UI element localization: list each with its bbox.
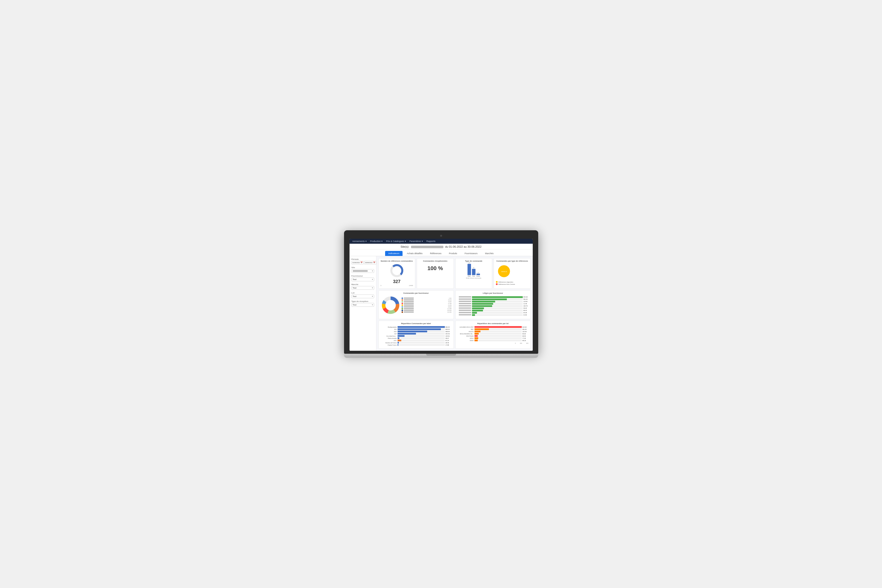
date-range: du 01-06-2022 au 30-06-2022	[445, 245, 482, 248]
site-label: Site	[351, 266, 374, 268]
tab-indicateurs[interactable]: Indicateurs	[385, 251, 402, 256]
bar-autre: 8 Autre	[477, 272, 480, 277]
calendar-to-icon: 📅	[373, 262, 375, 264]
filter-lot: Lot Tout ▾	[351, 292, 374, 298]
litige-row-8: 64.38	[458, 312, 528, 314]
kpi-type-card: Type de commande 125 Mail 59 Fax	[455, 258, 492, 289]
site-name-blurred	[411, 246, 443, 248]
lot-row-7: SODA 68.18	[458, 339, 528, 341]
legend-negocie-dot	[496, 281, 498, 283]
sidebar-filters: Période 01/06/2022 📅 30/06/2022 📅	[350, 256, 376, 351]
litige-row-5: 102.76	[458, 305, 528, 307]
litiges-title: Litiges par fournisseur	[458, 292, 528, 294]
type-axis-label: Mode d'envoi commande	[458, 278, 490, 279]
label-row-2: BIO 809.32	[381, 328, 452, 330]
four-item-2: 3.019	[402, 299, 452, 301]
nav-production[interactable]: Production ▾	[370, 240, 383, 243]
label-chart: Biodégradable 882.25 BIO 809.32 AOP	[381, 326, 452, 346]
bar-fax: 59 Fax	[472, 267, 476, 277]
legend-hc-label: Références Hors Contrat	[498, 284, 515, 285]
site-input[interactable]: ▾	[351, 269, 374, 273]
svg-text:199595.00: 199595.00	[501, 271, 507, 272]
type-reception-label: Type de réception	[351, 300, 374, 303]
label-row-8: Viandes de France 28.45	[381, 342, 452, 344]
site-chevron-icon: ▾	[372, 270, 373, 272]
lot-label: Lot	[351, 292, 374, 294]
nav-prix-catalogues[interactable]: Prix & Catalogues ▾	[386, 240, 406, 243]
lot-row-6: EAUX 77.20	[458, 338, 528, 339]
tab-bar: Indicateurs Achats détaillés Références …	[350, 249, 533, 256]
type-title: Type de commande	[458, 260, 490, 262]
four-item-7: 11.298	[402, 308, 452, 309]
fournisseur-labels: 1.94 3.019 4.530	[402, 297, 452, 313]
card-lot: Répartition des commandes par lot LEGUME…	[455, 321, 531, 349]
references-value: 327	[381, 279, 413, 284]
fournisseur-input[interactable]: Tout ▾	[351, 278, 374, 281]
site-prefix: Site(s):	[400, 245, 409, 248]
lot-row-5: BOUTIQUE 66.50	[458, 335, 528, 337]
commandes-value: 100 %	[419, 263, 452, 274]
label-row-7: AOC 67.24	[381, 339, 452, 341]
lot-chart: LEGUMES-FECU-PDT 914.00 BDF 281.00 FRUIT…	[458, 326, 528, 342]
type-bar-chart: 125 Mail 59 Fax 8	[458, 263, 490, 277]
lot-input[interactable]: Tout ▾	[351, 294, 374, 298]
kpi-par-type-card: Commandes par type de références 199595.…	[494, 258, 531, 289]
dashboard-content: Nombre de références commandées 327 0 10…	[376, 256, 533, 351]
nav-rapports[interactable]: Rapports	[426, 240, 436, 243]
laptop-container: nonnements ▾ Production ▾ Prix & Catalog…	[344, 230, 538, 358]
par-type-legend: Références négociées Références Hors Con…	[496, 281, 528, 285]
kpi-commandes-card: Commandes réceptionnées 100 %	[417, 258, 454, 289]
lot-row-2: BDF 281.00	[458, 328, 528, 330]
marche-chevron-icon: ▾	[372, 287, 373, 289]
litige-row-1: 844.08	[458, 296, 528, 298]
par-type-title: Commandes par type de références	[496, 260, 528, 262]
four-item-4: 4.769	[402, 303, 452, 304]
litiges-chart: 844.08 581.00 113.81	[458, 295, 528, 317]
four-item-9: 13.435	[402, 311, 452, 313]
site-header: Site(s): du 01-06-2022 au 30-06-2022	[350, 244, 533, 249]
label-row-9: Origine France 17.88	[381, 344, 452, 346]
top-nav: nonnements ▾ Production ▾ Prix & Catalog…	[350, 239, 533, 244]
tab-fournisseurs[interactable]: Fournisseurs	[461, 251, 481, 256]
type-reception-input[interactable]: Tout ▾	[351, 303, 374, 307]
date-row: 01/06/2022 📅 30/06/2022 📅	[351, 261, 374, 264]
calendar-from-icon: 📅	[360, 262, 363, 264]
fournisseur-chart-title: Commandes par fournisseur	[381, 292, 452, 294]
lot-row-4: BOULANGERIE-VIE... 83.00	[458, 333, 528, 334]
nav-parametres[interactable]: Paramètres ▾	[410, 240, 423, 243]
main-layout: Période 01/06/2022 📅 30/06/2022 📅	[350, 256, 533, 351]
references-title: Nombre de références commandées	[381, 260, 413, 262]
par-type-donut: 199595.00	[496, 263, 512, 279]
periode-label: Période	[351, 258, 374, 260]
type-reception-chevron-icon: ▾	[372, 304, 373, 306]
bar-mail: 125 Mail	[468, 262, 471, 277]
lot-row-3: FRUITS 122.93	[458, 331, 528, 332]
legend-negocie: Références négociées	[496, 281, 528, 283]
label-row-3: AOP 558.64	[381, 331, 452, 332]
tab-references[interactable]: Références	[427, 251, 445, 256]
filter-periode: Période 01/06/2022 📅 30/06/2022 📅	[351, 258, 374, 264]
lot-value: Tout	[353, 295, 357, 297]
label-row-6: Pêche durable 38.07	[381, 338, 452, 339]
marche-input[interactable]: Tout ▾	[351, 286, 374, 290]
type-reception-value: Tout	[353, 304, 357, 306]
fournisseur-chart-container: 1.94 3.019 4.530	[381, 295, 452, 315]
references-axis: 0 10458	[381, 285, 413, 286]
card-litiges: Litiges par fournisseur 844.08 581.00	[455, 290, 531, 320]
litige-row-6: 35.25	[458, 308, 528, 309]
card-fournisseur: Commandes par fournisseur	[378, 290, 454, 320]
nav-approvisionnements[interactable]: nonnements ▾	[352, 240, 367, 243]
tab-achats-details[interactable]: Achats détaillés	[404, 251, 426, 256]
label-title: Répartition Commandes par label	[381, 322, 452, 325]
kpi-references-card: Nombre de références commandées 327 0 10…	[378, 258, 416, 289]
filter-type-reception: Type de réception Tout ▾	[351, 300, 374, 307]
lot-chevron-icon: ▾	[372, 295, 373, 297]
date-to-input[interactable]: 30/06/2022 📅	[364, 261, 376, 264]
date-from-input[interactable]: 01/06/2022 📅	[351, 261, 364, 264]
fournisseur-label: Fournisseur	[351, 275, 374, 277]
screen: nonnements ▾ Production ▾ Prix & Catalog…	[350, 239, 533, 351]
tab-marches[interactable]: Marchés	[482, 251, 497, 256]
litige-row-7: 69.42	[458, 310, 528, 311]
tab-produits[interactable]: Produits	[446, 251, 460, 256]
litige-row-2: 581.00	[458, 298, 528, 300]
